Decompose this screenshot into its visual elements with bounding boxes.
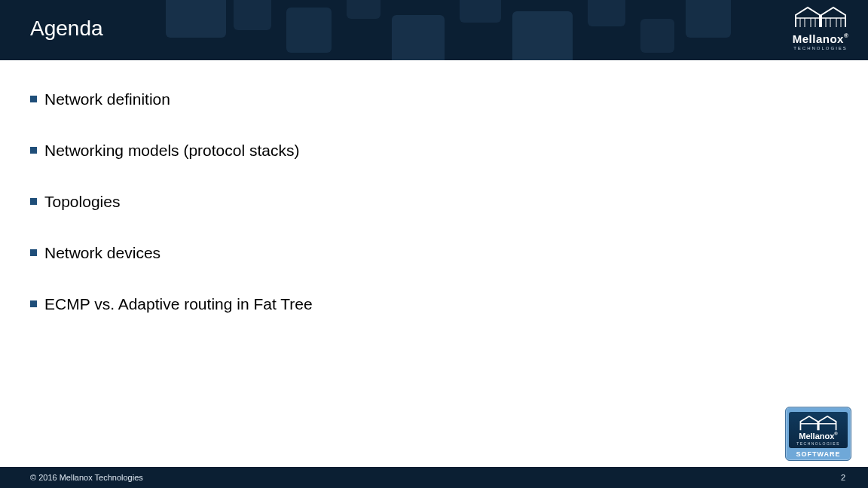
bridge-icon xyxy=(799,415,837,432)
slide-header: Agenda Mellanox® TECHNOLOGIES xyxy=(0,0,868,60)
bullet-text: Networking models (protocol stacks) xyxy=(44,142,299,160)
list-item: Networking models (protocol stacks) xyxy=(30,142,838,160)
slide-content: Network definition Networking models (pr… xyxy=(0,60,868,313)
list-item: Network devices xyxy=(30,244,838,262)
list-item: Network definition xyxy=(30,90,838,108)
list-item: ECMP vs. Adaptive routing in Fat Tree xyxy=(30,295,838,313)
decoration-square xyxy=(588,0,625,26)
decoration-square xyxy=(640,19,674,53)
badge-software-label: SOFTWARE xyxy=(789,450,848,458)
slide-footer: © 2016 Mellanox Technologies 2 xyxy=(0,467,868,488)
decoration-square xyxy=(234,0,271,30)
bullet-text: Network devices xyxy=(44,244,160,262)
page-number: 2 xyxy=(841,473,845,482)
bullet-icon xyxy=(30,249,37,256)
bullet-text: Network definition xyxy=(44,90,170,108)
bullet-icon xyxy=(30,147,37,154)
software-badge: Mellanox® TECHNOLOGIES SOFTWARE xyxy=(785,407,851,461)
decoration-square xyxy=(460,0,501,23)
bullet-icon xyxy=(30,96,37,102)
list-item: Topologies xyxy=(30,193,838,211)
decoration-square xyxy=(166,0,226,38)
logo-brand-text: Mellanox® xyxy=(787,33,854,44)
badge-brand-text: Mellanox® xyxy=(790,432,846,441)
bullet-text: ECMP vs. Adaptive routing in Fat Tree xyxy=(44,295,313,313)
decoration-square xyxy=(347,0,381,19)
decoration-square xyxy=(286,8,332,53)
bullet-text: Topologies xyxy=(44,193,120,211)
logo-tagline: TECHNOLOGIES xyxy=(787,46,854,50)
decoration-square xyxy=(512,11,573,60)
slide-title: Agenda xyxy=(30,17,103,41)
bullet-icon xyxy=(30,300,37,307)
copyright-text: © 2016 Mellanox Technologies xyxy=(30,473,143,482)
badge-inner: Mellanox® TECHNOLOGIES xyxy=(789,412,848,448)
decoration-square xyxy=(392,15,445,60)
slide: Agenda Mellanox® TECHNOLOGIES xyxy=(0,0,868,488)
badge-tagline: TECHNOLOGIES xyxy=(790,441,846,446)
bullet-icon xyxy=(30,198,37,205)
mellanox-logo: Mellanox® TECHNOLOGIES xyxy=(787,6,854,50)
bridge-icon xyxy=(794,6,847,29)
decoration-square xyxy=(686,0,731,38)
